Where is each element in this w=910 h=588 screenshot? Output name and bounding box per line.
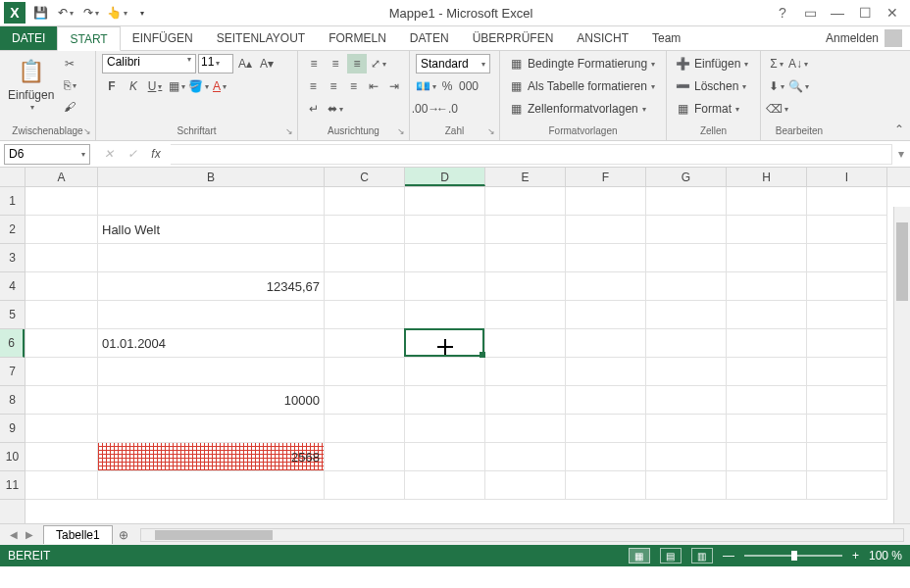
cell[interactable]: 10000 xyxy=(98,386,325,415)
percent-icon[interactable]: % xyxy=(437,76,457,96)
cell[interactable] xyxy=(727,244,807,272)
italic-button[interactable]: K xyxy=(124,76,143,96)
row-header[interactable]: 3 xyxy=(0,244,25,272)
autosum-icon[interactable]: Σ▾ xyxy=(767,54,786,74)
cell[interactable] xyxy=(485,443,566,471)
cell[interactable] xyxy=(727,358,807,386)
cell[interactable] xyxy=(25,471,98,500)
cell[interactable] xyxy=(646,244,727,272)
borders-icon[interactable]: ▦▾ xyxy=(167,76,186,96)
column-header[interactable]: G xyxy=(646,168,727,186)
cell[interactable] xyxy=(646,471,727,500)
shrink-font-icon[interactable]: A▾ xyxy=(257,54,277,74)
new-sheet-icon[interactable]: ⊕ xyxy=(113,528,134,542)
cell[interactable] xyxy=(566,386,646,415)
clear-icon[interactable]: ⌫▾ xyxy=(767,99,786,119)
column-header[interactable]: I xyxy=(807,168,887,186)
cell[interactable] xyxy=(98,471,325,500)
paste-button[interactable]: 📋 Einfügen ▾ xyxy=(6,54,56,125)
collapse-ribbon-icon[interactable]: ⌃ xyxy=(894,122,904,136)
cell[interactable] xyxy=(485,216,566,244)
help-icon[interactable]: ? xyxy=(773,3,792,23)
cell[interactable] xyxy=(325,301,405,329)
cell[interactable] xyxy=(405,216,485,244)
number-format-select[interactable]: Standard▾ xyxy=(416,54,490,74)
cell[interactable] xyxy=(807,471,887,500)
cell[interactable] xyxy=(325,471,405,500)
page-break-view-icon[interactable]: ▥ xyxy=(691,548,713,564)
orientation-icon[interactable]: ⤢▾ xyxy=(369,54,388,74)
cell[interactable] xyxy=(566,216,646,244)
column-header[interactable]: H xyxy=(727,168,807,186)
comma-style-icon[interactable]: 000 xyxy=(459,76,479,96)
cell[interactable]: 2568 xyxy=(98,443,325,471)
tab-pagelayout[interactable]: SEITENLAYOUT xyxy=(205,26,317,50)
touch-mode-icon[interactable]: 👆▾ xyxy=(106,2,127,24)
close-icon[interactable]: ✕ xyxy=(883,3,902,23)
cell[interactable] xyxy=(485,358,566,386)
cell-styles-button[interactable]: ▦Zellenformatvorlagen▾ xyxy=(506,99,660,119)
minimize-icon[interactable]: — xyxy=(828,3,847,23)
cell[interactable] xyxy=(25,358,98,386)
row-header[interactable]: 5 xyxy=(0,301,25,329)
cell[interactable] xyxy=(566,301,646,329)
row-header[interactable]: 10 xyxy=(0,443,25,471)
cells-area[interactable]: Hallo Welt12345,6701.01.2004100002568 xyxy=(25,187,910,523)
cell[interactable] xyxy=(25,187,98,216)
cell[interactable] xyxy=(25,244,98,272)
cell[interactable] xyxy=(325,443,405,471)
cell[interactable] xyxy=(807,386,887,415)
cell[interactable] xyxy=(405,358,485,386)
zoom-slider[interactable] xyxy=(744,555,842,557)
enter-formula-icon[interactable]: ✓ xyxy=(122,144,143,165)
cell[interactable] xyxy=(25,216,98,244)
vertical-scrollbar[interactable] xyxy=(893,207,910,523)
cell[interactable] xyxy=(566,443,646,471)
sheet-tab[interactable]: Tabelle1 xyxy=(43,525,113,544)
tab-start[interactable]: START xyxy=(57,26,120,51)
select-all-corner[interactable] xyxy=(0,168,25,186)
cell[interactable] xyxy=(405,471,485,500)
wrap-text-icon[interactable]: ↵ xyxy=(304,99,324,119)
cell[interactable] xyxy=(485,329,566,358)
cell[interactable] xyxy=(325,244,405,272)
cell[interactable] xyxy=(325,386,405,415)
cell[interactable] xyxy=(405,187,485,216)
decrease-decimal-icon[interactable]: ←.0 xyxy=(437,99,457,119)
bold-button[interactable]: F xyxy=(102,76,122,96)
cell[interactable] xyxy=(646,386,727,415)
ribbon-options-icon[interactable]: ▭ xyxy=(800,3,820,23)
cell[interactable] xyxy=(807,272,887,301)
row-header[interactable]: 9 xyxy=(0,415,25,443)
tab-review[interactable]: ÜBERPRÜFEN xyxy=(461,26,566,50)
sort-filter-icon[interactable]: A↓▾ xyxy=(788,54,808,74)
qat-customize-icon[interactable]: ▾ xyxy=(131,2,153,24)
sheet-nav-next-icon[interactable]: ▶ xyxy=(22,529,37,540)
fill-color-icon[interactable]: 🪣▾ xyxy=(188,76,208,96)
row-header[interactable]: 11 xyxy=(0,471,25,500)
zoom-level[interactable]: 100 % xyxy=(869,549,902,563)
decrease-indent-icon[interactable]: ⇤ xyxy=(365,76,383,96)
fill-icon[interactable]: ⬇▾ xyxy=(767,76,786,96)
number-launcher-icon[interactable]: ↘ xyxy=(485,126,497,138)
font-size-select[interactable]: 11▾ xyxy=(198,54,233,74)
column-header[interactable]: C xyxy=(325,168,405,186)
align-center-icon[interactable]: ≡ xyxy=(325,76,343,96)
cell[interactable] xyxy=(727,329,807,358)
cell[interactable] xyxy=(566,272,646,301)
row-header[interactable]: 4 xyxy=(0,272,25,301)
cell[interactable] xyxy=(807,415,887,443)
row-header[interactable]: 1 xyxy=(0,187,25,216)
cell[interactable] xyxy=(566,415,646,443)
zoom-in-icon[interactable]: + xyxy=(852,549,859,563)
cell[interactable] xyxy=(566,329,646,358)
cell[interactable] xyxy=(25,443,98,471)
clipboard-launcher-icon[interactable]: ↘ xyxy=(81,126,93,138)
conditional-formatting-button[interactable]: ▦Bedingte Formatierung▾ xyxy=(506,54,660,74)
column-header[interactable]: B xyxy=(98,168,325,186)
cell[interactable] xyxy=(566,187,646,216)
align-launcher-icon[interactable]: ↘ xyxy=(395,126,407,138)
cell[interactable] xyxy=(646,272,727,301)
cell[interactable] xyxy=(325,415,405,443)
cell[interactable] xyxy=(485,415,566,443)
